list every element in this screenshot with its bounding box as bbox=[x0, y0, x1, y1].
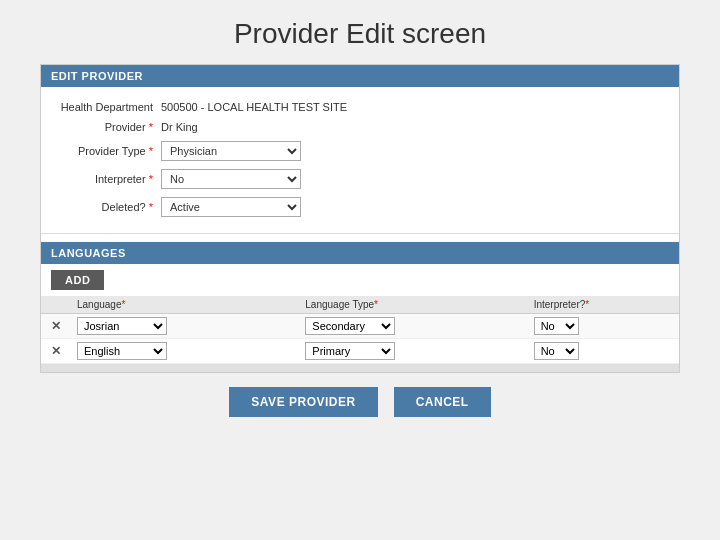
deleted-row: Deleted? * Active Deleted bbox=[41, 195, 679, 219]
delete-cell-1: ✕ bbox=[41, 314, 71, 339]
provider-label: Provider * bbox=[51, 121, 161, 133]
scrollbar-hint bbox=[41, 364, 679, 372]
delete-row-2-button[interactable]: ✕ bbox=[47, 344, 65, 358]
delete-col-header bbox=[41, 296, 71, 314]
page-title: Provider Edit screen bbox=[234, 18, 486, 50]
interpreter-select[interactable]: No Yes bbox=[161, 169, 301, 189]
interpreter-label: Interpreter * bbox=[51, 173, 161, 185]
languages-table: Language* Language Type* Interpreter?* ✕ bbox=[41, 296, 679, 364]
language-cell-2: English Josrian Spanish bbox=[71, 339, 299, 364]
interpreter-row: Interpreter * No Yes bbox=[41, 167, 679, 191]
language-cell-1: Josrian English Spanish bbox=[71, 314, 299, 339]
languages-section: LANGUAGES ADD Language* Language Type* I… bbox=[41, 242, 679, 372]
interpreter-required-star: * bbox=[149, 173, 153, 185]
interpreter-cell-1: No Yes bbox=[528, 314, 679, 339]
action-buttons: SAVE PROVIDER CANCEL bbox=[229, 387, 490, 417]
table-row: ✕ English Josrian Spanish Primary Second… bbox=[41, 339, 679, 364]
provider-required-star: * bbox=[149, 121, 153, 133]
language-col-header: Language* bbox=[71, 296, 299, 314]
language-select-1[interactable]: Josrian English Spanish bbox=[77, 317, 167, 335]
provider-row: Provider * Dr King bbox=[41, 119, 679, 135]
deleted-label: Deleted? * bbox=[51, 201, 161, 213]
language-type-cell-1: Secondary Primary bbox=[299, 314, 527, 339]
edit-provider-header: EDIT PROVIDER bbox=[41, 65, 679, 87]
add-button[interactable]: ADD bbox=[51, 270, 104, 290]
language-type-select-1[interactable]: Secondary Primary bbox=[305, 317, 395, 335]
provider-value: Dr King bbox=[161, 121, 669, 133]
health-department-row: Health Department 500500 - LOCAL HEALTH … bbox=[41, 99, 679, 115]
language-type-select-2[interactable]: Primary Secondary bbox=[305, 342, 395, 360]
delete-row-1-button[interactable]: ✕ bbox=[47, 319, 65, 333]
interpreter-col-header: Interpreter?* bbox=[528, 296, 679, 314]
interpreter-select-2[interactable]: No Yes bbox=[534, 342, 579, 360]
provider-type-label: Provider Type * bbox=[51, 145, 161, 157]
edit-provider-form: Health Department 500500 - LOCAL HEALTH … bbox=[41, 87, 679, 234]
delete-cell-2: ✕ bbox=[41, 339, 71, 364]
interpreter-select-1[interactable]: No Yes bbox=[534, 317, 579, 335]
health-department-value: 500500 - LOCAL HEALTH TEST SITE bbox=[161, 101, 669, 113]
save-provider-button[interactable]: SAVE PROVIDER bbox=[229, 387, 377, 417]
provider-type-required-star: * bbox=[149, 145, 153, 157]
language-type-col-header: Language Type* bbox=[299, 296, 527, 314]
deleted-select[interactable]: Active Deleted bbox=[161, 197, 301, 217]
cancel-button[interactable]: CANCEL bbox=[394, 387, 491, 417]
interpreter-cell-2: No Yes bbox=[528, 339, 679, 364]
health-department-label: Health Department bbox=[51, 101, 161, 113]
languages-header: LANGUAGES bbox=[41, 242, 679, 264]
provider-type-row: Provider Type * Physician Nurse Other bbox=[41, 139, 679, 163]
main-container: EDIT PROVIDER Health Department 500500 -… bbox=[40, 64, 680, 373]
language-select-2[interactable]: English Josrian Spanish bbox=[77, 342, 167, 360]
provider-type-select[interactable]: Physician Nurse Other bbox=[161, 141, 301, 161]
language-type-cell-2: Primary Secondary bbox=[299, 339, 527, 364]
table-row: ✕ Josrian English Spanish Secondary Prim… bbox=[41, 314, 679, 339]
deleted-required-star: * bbox=[149, 201, 153, 213]
table-header-row: Language* Language Type* Interpreter?* bbox=[41, 296, 679, 314]
